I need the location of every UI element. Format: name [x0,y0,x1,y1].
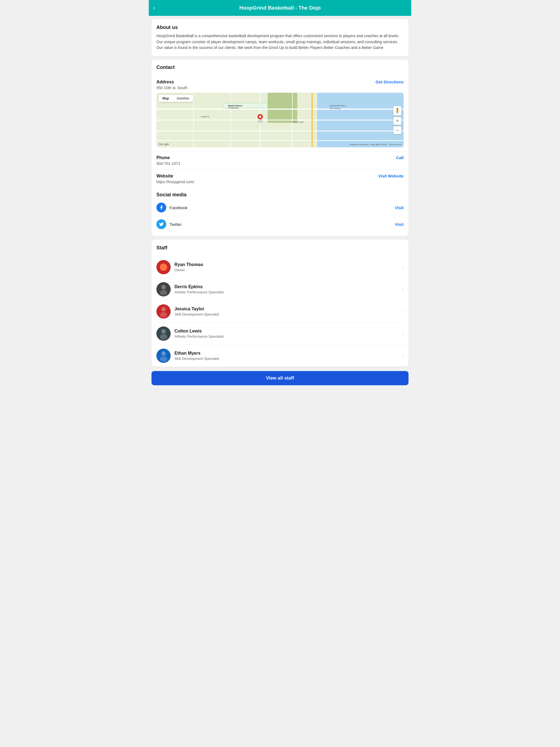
phone-value: 904-701-1071 [156,161,404,166]
svg-text:Free Parking: Free Parking [330,107,340,110]
staff-member-role: Athletic Performance Specialist [175,290,402,294]
visit-website-link[interactable]: Visit Website [378,174,404,178]
staff-row[interactable]: Ethan MyersSkill Development Specialist› [152,344,408,367]
header: ‹ HoopGrind Basketball - The Dojo [149,0,411,16]
staff-row[interactable]: Colton LewisAthletic Performance Special… [152,323,408,344]
svg-point-36 [160,334,167,340]
staff-row[interactable]: Jessica TaylorSkill Development Speciali… [152,300,408,323]
staff-avatar [156,304,171,318]
staff-title: Staff [156,245,404,251]
staff-avatar [156,349,171,363]
facebook-visit-link[interactable]: Visit [395,205,404,210]
map-tab-map[interactable]: Map [159,95,173,102]
svg-point-30 [160,290,167,295]
staff-avatar [156,282,171,297]
chevron-right-icon: › [402,353,404,359]
social-media-title: Social media [156,192,404,198]
address-value: 950 10th st. South [156,85,404,90]
svg-text:Whole Foods: Whole Foods [292,121,304,123]
staff-row[interactable]: Derris EpkinsAthletic Performance Specia… [152,278,408,300]
staff-list: Ryan ThomasOwner›Derris EpkinsAthletic P… [152,256,408,367]
twitter-visit-link[interactable]: Visit [395,222,404,227]
page-title: HoopGrind Basketball - The Dojo [239,5,321,11]
svg-point-13 [258,120,263,123]
google-logo: Google [159,143,169,146]
facebook-label: Facebook [170,205,187,210]
zoom-out-button[interactable]: − [393,126,401,134]
svg-text:Ctr Beaches: Ctr Beaches [228,107,239,109]
about-description: HoopGrind Basketball is a comprehensive … [156,33,404,51]
staff-info: Jessica TaylorSkill Development Speciali… [175,307,402,316]
phone-label: Phone [156,155,170,160]
staff-member-role: Athletic Performance Specialist [175,334,402,338]
website-value: https://hoopgrind.com/ [156,180,404,184]
svg-point-27 [160,263,167,271]
staff-member-name: Jessica Taylor [175,307,402,311]
svg-text:Baptist Medical: Baptist Medical [228,105,242,107]
svg-point-35 [161,329,166,334]
staff-info: Derris EpkinsAthletic Performance Specia… [175,284,402,294]
staff-info: Ryan ThomasOwner [175,262,402,272]
svg-point-29 [161,285,166,289]
staff-member-role: Skill Development Specialist [175,312,402,316]
street-view-button[interactable]: 🧍 [393,106,401,115]
social-media-section: Social media Facebook Visit Twitte [152,188,408,236]
staff-section: Staff Ryan ThomasOwner›Derris EpkinsAthl… [152,239,408,367]
view-all-staff-button[interactable]: View all staff [152,371,408,385]
facebook-icon [156,203,166,212]
twitter-icon [156,219,166,229]
staff-avatar [156,327,171,341]
staff-member-name: Colton Lewis [175,329,402,334]
svg-point-38 [161,351,166,356]
get-directions-link[interactable]: Get Directions [376,80,404,84]
svg-point-39 [160,356,167,362]
chevron-right-icon: › [402,287,404,292]
website-label: Website [156,174,173,179]
staff-info: Colton LewisAthletic Performance Special… [175,329,402,338]
map-container: Jacksonville Beach Avante At Jacksonvill… [156,93,404,147]
svg-text:Avante At: Avante At [201,115,209,118]
map-controls: 🧍 + − [393,106,401,134]
staff-row[interactable]: Ryan ThomasOwner› [152,256,408,278]
staff-member-role: Skill Development Specialist [175,357,402,361]
zoom-in-button[interactable]: + [393,117,401,125]
contact-title: Contact [156,65,404,70]
chevron-right-icon: › [402,331,404,337]
staff-member-name: Ryan Thomas [175,262,402,267]
map-credits: Keyboard shortcuts Map data ©2023 Terms … [350,143,401,146]
map-tabs: Map Satellite [159,95,193,102]
svg-point-32 [161,307,166,311]
address-row: Address Get Directions 950 10th st. Sout… [152,76,408,152]
staff-member-name: Ethan Myers [175,351,402,356]
staff-info: Ethan MyersSkill Development Specialist [175,351,402,361]
staff-avatar [156,260,171,274]
facebook-row: Facebook Visit [156,199,404,216]
svg-rect-2 [268,93,297,123]
staff-member-name: Derris Epkins [175,284,402,289]
back-button[interactable]: ‹ [153,4,155,11]
address-label: Address [156,80,174,84]
about-title: About us [156,25,404,30]
phone-row: Phone Call 904-701-1071 [152,152,408,170]
call-link[interactable]: Call [396,155,404,160]
twitter-label: Twitter [170,222,182,227]
chevron-right-icon: › [402,309,404,314]
map-tab-satellite[interactable]: Satellite [173,95,193,102]
twitter-row: Twitter Visit [156,216,404,232]
svg-point-15 [259,115,261,118]
chevron-right-icon: › [402,264,404,270]
svg-point-33 [160,312,167,317]
svg-text:Jacksonville Beach: Jacksonville Beach [330,105,346,107]
about-section: About us HoopGrind Basketball is a compr… [152,19,408,56]
website-row: Website Visit Website https://hoopgrind.… [152,170,408,188]
contact-section: Contact Address Get Directions 950 10th … [152,60,408,236]
staff-member-role: Owner [175,268,402,272]
